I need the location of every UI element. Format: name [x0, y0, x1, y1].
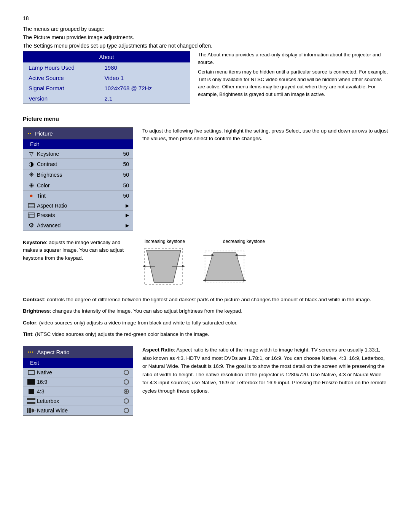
svg-rect-23: [27, 402, 35, 404]
signal-format-value: 1024x768 @ 72Hz: [99, 83, 190, 93]
svg-text:≡: ≡: [29, 215, 30, 217]
svg-marker-21: [244, 279, 246, 282]
svg-rect-22: [27, 398, 35, 400]
color-para: Color: (video sources only) adjusts a vi…: [23, 319, 388, 327]
aspect-menu-box: ••• Aspect Ratio Exit Native 16:9 4:3: [23, 346, 133, 416]
keystone-shapes: [141, 246, 247, 288]
keystone-labels: increasing keystone decreasing keystone: [145, 239, 265, 244]
aspect-item-natural-wide[interactable]: Natural Wide: [23, 406, 133, 415]
tint-value: 50: [118, 193, 129, 199]
tint-bold: Tint: [23, 331, 32, 337]
brightness-bold: Brightness: [23, 308, 50, 314]
svg-marker-13: [205, 252, 244, 280]
about-side-p2: Certain menu items may be hidden until a…: [198, 68, 388, 98]
aspect-description: Aspect Ratio: Aspect ratio is the ratio …: [142, 346, 388, 416]
advanced-icon: ⚙: [27, 222, 35, 229]
natural-wide-icon: [27, 408, 35, 413]
body-paragraphs: Contrast: controls the degree of differe…: [23, 296, 388, 338]
picture-menu-panel: •• Picture Exit ▽ Keystone 50 ◑ Contrast…: [23, 127, 133, 231]
picture-menu-exit[interactable]: Exit: [23, 139, 133, 149]
menu-item-contrast[interactable]: ◑ Contrast 50: [23, 159, 133, 169]
169-icon: [27, 379, 35, 385]
menu-item-color[interactable]: ⊕ Color 50: [23, 180, 133, 191]
svg-rect-28: [33, 409, 34, 412]
adjust-text: To adjust the following five settings, h…: [142, 127, 388, 143]
aspect-menu-title: Aspect Ratio: [37, 349, 70, 355]
aspect-section: ••• Aspect Ratio Exit Native 16:9 4:3: [23, 346, 388, 416]
picture-menu-box: •• Picture Exit ▽ Keystone 50 ◑ Contrast…: [23, 127, 133, 231]
increasing-keystone-svg: [141, 246, 186, 288]
natural-wide-radio: [124, 408, 129, 413]
presets-icon: ≡: [27, 212, 35, 218]
picture-description: To adjust the following five settings, h…: [142, 127, 388, 231]
aspect-bold: Aspect Ratio: [142, 347, 174, 353]
color-bold: Color: [23, 320, 36, 326]
contrast-bold: Contrast: [23, 297, 44, 302]
letterbox-label: Letterbox: [37, 398, 122, 404]
169-label: 16:9: [37, 379, 122, 385]
native-icon: [27, 370, 35, 375]
contrast-icon: ◑: [27, 160, 35, 168]
menu-item-presets[interactable]: ≡ Presets ▶: [23, 211, 133, 220]
picture-menu-header: •• Picture: [23, 128, 133, 139]
keystone-text: Keystone: adjusts the image vertically a…: [23, 239, 129, 262]
169-radio: [124, 379, 129, 385]
keystone-bold: Keystone: [23, 240, 46, 245]
aspect-menu-exit[interactable]: Exit: [23, 358, 133, 368]
svg-marker-9: [143, 265, 145, 268]
picture-menu-title: Picture: [35, 130, 53, 137]
keystone-section: Keystone: adjusts the image vertically a…: [23, 239, 388, 288]
brightness-text: : changes the intensity of the image. Yo…: [50, 308, 243, 314]
contrast-value: 50: [118, 161, 129, 167]
inc-keystone-label: increasing keystone: [145, 239, 185, 244]
keystone-icon: ▽: [27, 151, 35, 157]
aspect-item-43[interactable]: 4:3: [23, 387, 133, 396]
svg-marker-19: [203, 279, 206, 282]
menu-item-tint[interactable]: ● Tint 50: [23, 191, 133, 201]
menu-item-keystone[interactable]: ▽ Keystone 50: [23, 149, 133, 159]
active-source-value: Video 1: [99, 73, 190, 83]
svg-rect-29: [35, 410, 35, 411]
active-source-label: Active Source: [23, 73, 99, 83]
aspect-item-native[interactable]: Native: [23, 368, 133, 377]
signal-format-label: Signal Format: [23, 83, 99, 93]
svg-rect-27: [32, 409, 33, 412]
brightness-label: Brightness: [37, 172, 118, 178]
advanced-label: Advanced: [37, 222, 118, 228]
tint-text: : (NTSC video sources only) adjusts the …: [32, 331, 209, 337]
43-label: 4:3: [37, 388, 124, 395]
page-number: 18: [23, 15, 388, 21]
menu-item-advanced[interactable]: ⚙ Advanced ▶: [23, 220, 133, 231]
tint-label: Tint: [37, 193, 118, 199]
aspect-ratio-label: Aspect Ratio: [37, 203, 118, 209]
lamp-hours-label: Lamp Hours Used: [23, 62, 99, 73]
43-icon: [27, 389, 35, 394]
aspect-item-169[interactable]: 16:9: [23, 377, 133, 387]
aspect-ratio-arrow: ▶: [118, 203, 129, 208]
advanced-arrow: ▶: [118, 223, 129, 228]
brightness-value: 50: [118, 172, 129, 178]
brightness-para: Brightness: changes the intensity of the…: [23, 307, 388, 315]
about-table-wrap: About Lamp Hours Used 1980 Active Source…: [23, 51, 190, 104]
aspect-ratio-icon: [27, 203, 35, 208]
color-label: Color: [37, 182, 118, 189]
intro-text-2: The Picture menu provides image adjustme…: [23, 34, 388, 40]
keystone-label: Keystone: [37, 151, 118, 157]
keystone-value: 50: [118, 151, 129, 157]
keystone-description: Keystone: adjusts the image vertically a…: [23, 239, 129, 262]
picture-menu-heading: Picture menu: [23, 115, 388, 122]
menu-item-brightness[interactable]: ✳ Brightness 50: [23, 169, 133, 180]
svg-rect-25: [29, 408, 30, 413]
about-section: About Lamp Hours Used 1980 Active Source…: [23, 51, 388, 104]
lamp-hours-value: 1980: [99, 62, 190, 73]
dec-keystone-label: decreasing keystone: [223, 239, 265, 244]
native-radio: [124, 370, 129, 375]
svg-rect-0: [28, 204, 34, 208]
aspect-menu-panel: ••• Aspect Ratio Exit Native 16:9 4:3: [23, 346, 133, 416]
menu-item-aspect-ratio[interactable]: Aspect Ratio ▶: [23, 201, 133, 211]
intro-text-1: The menus are grouped by usage:: [23, 26, 388, 32]
picture-menu-dots: ••: [28, 131, 32, 136]
aspect-item-letterbox[interactable]: Letterbox: [23, 396, 133, 406]
color-value: 50: [118, 182, 129, 189]
contrast-label: Contrast: [37, 161, 118, 167]
